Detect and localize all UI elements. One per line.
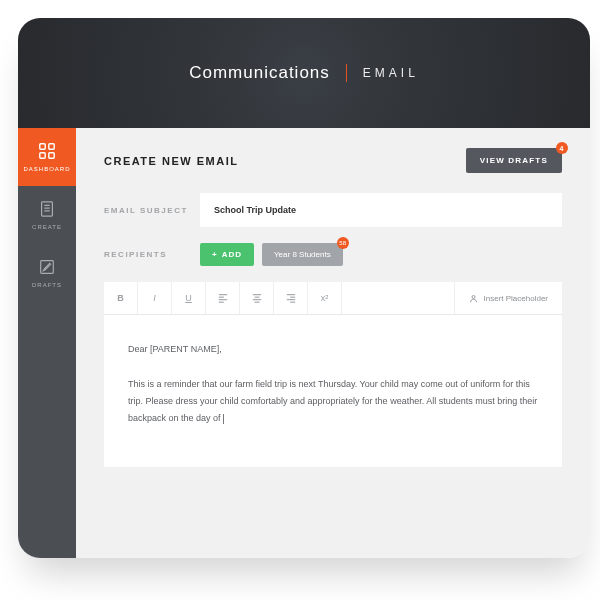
- plus-icon: +: [212, 250, 218, 259]
- chip-count-badge: 58: [337, 237, 349, 249]
- email-greeting: Dear [PARENT NAME],: [128, 341, 538, 358]
- insert-placeholder-button[interactable]: Insert Placeholder: [454, 282, 562, 314]
- sidebar-item-label: DASHBOARD: [23, 166, 70, 172]
- drafts-icon: [38, 258, 56, 276]
- bold-button[interactable]: B: [104, 282, 138, 314]
- add-label: ADD: [222, 250, 242, 259]
- page-title: CREATE NEW EMAIL: [104, 155, 238, 167]
- editor-toolbar: B I U x² Insert Pl: [104, 282, 562, 315]
- subject-label: EMAIL SUBJECT: [104, 206, 200, 215]
- editor-card: B I U x² Insert Pl: [104, 282, 562, 467]
- sidebar-item-label: DRAFTS: [32, 282, 62, 288]
- recipients-row: RECIPIENTS + ADD Year 8 Students 58: [104, 243, 562, 266]
- align-left-icon: [218, 293, 228, 303]
- toolbar-spacer: [342, 282, 454, 314]
- svg-rect-3: [49, 153, 54, 158]
- recipients-label: RECIPIENTS: [104, 250, 200, 259]
- recipients: + ADD Year 8 Students 58: [200, 243, 343, 266]
- sidebar-item-dashboard[interactable]: DASHBOARD: [18, 128, 76, 186]
- body: DASHBOARD CREATE DRAFTS CREATE NEW EMAIL: [18, 128, 590, 558]
- view-drafts-label: VIEW DRAFTS: [480, 156, 548, 165]
- sidebar-item-label: CREATE: [32, 224, 62, 230]
- align-center-button[interactable]: [240, 282, 274, 314]
- main: CREATE NEW EMAIL VIEW DRAFTS 4 EMAIL SUB…: [76, 128, 590, 558]
- svg-rect-1: [49, 144, 54, 149]
- superscript-button[interactable]: x²: [308, 282, 342, 314]
- header-title: Communications: [189, 63, 330, 83]
- svg-rect-2: [40, 153, 45, 158]
- chip-label: Year 8 Students: [274, 250, 331, 259]
- align-right-button[interactable]: [274, 282, 308, 314]
- align-right-icon: [286, 293, 296, 303]
- italic-button[interactable]: I: [138, 282, 172, 314]
- header-divider: [346, 64, 347, 82]
- main-top: CREATE NEW EMAIL VIEW DRAFTS 4: [104, 148, 562, 173]
- view-drafts-button[interactable]: VIEW DRAFTS 4: [466, 148, 562, 173]
- header-subtitle: EMAIL: [363, 66, 419, 80]
- dashboard-icon: [38, 142, 56, 160]
- svg-rect-4: [42, 202, 53, 216]
- user-icon: [469, 294, 478, 303]
- email-paragraph: This is a reminder that our farm field t…: [128, 376, 538, 427]
- align-center-icon: [252, 293, 262, 303]
- svg-point-21: [472, 295, 475, 298]
- drafts-count-badge: 4: [556, 142, 568, 154]
- recipient-chip[interactable]: Year 8 Students 58: [262, 243, 343, 266]
- svg-rect-0: [40, 144, 45, 149]
- editor-body[interactable]: Dear [PARENT NAME], This is a reminder t…: [104, 315, 562, 467]
- subject-row: EMAIL SUBJECT: [104, 193, 562, 227]
- subject-input[interactable]: [200, 193, 562, 227]
- underline-button[interactable]: U: [172, 282, 206, 314]
- sidebar-item-drafts[interactable]: DRAFTS: [18, 244, 76, 302]
- sidebar: DASHBOARD CREATE DRAFTS: [18, 128, 76, 558]
- text-caret: [223, 414, 224, 424]
- tablet-frame: Communications EMAIL DASHBOARD CREATE: [18, 18, 590, 558]
- align-left-button[interactable]: [206, 282, 240, 314]
- sidebar-item-create[interactable]: CREATE: [18, 186, 76, 244]
- add-recipient-button[interactable]: + ADD: [200, 243, 254, 266]
- insert-placeholder-label: Insert Placeholder: [484, 294, 548, 303]
- create-icon: [38, 200, 56, 218]
- header: Communications EMAIL: [18, 18, 590, 128]
